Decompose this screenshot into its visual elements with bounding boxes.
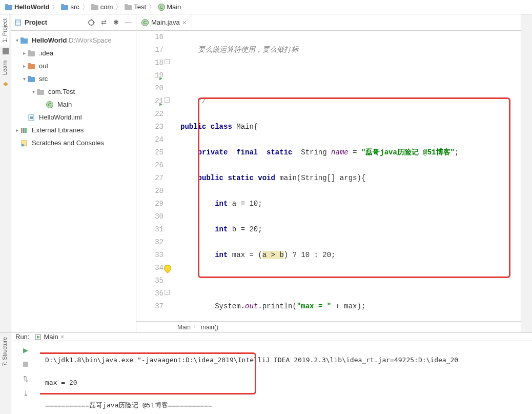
bc-test[interactable]: Test	[124, 3, 147, 11]
main-area: Project ⇄ ✱ — ▾ HelloWorld D:\WorkSpace …	[11, 14, 521, 332]
tree-out[interactable]: ▸ out	[11, 60, 136, 72]
folder-icon	[91, 4, 99, 10]
tree-src[interactable]: ▾ src	[11, 72, 136, 85]
svg-marker-41	[37, 336, 40, 339]
learn-icon[interactable]	[0, 80, 11, 90]
code-line	[180, 69, 521, 82]
tab-project[interactable]: 1: Project	[0, 14, 9, 46]
tree-iml[interactable]: HelloWorld.iml	[11, 111, 136, 124]
svg-rect-34	[23, 128, 25, 133]
console-line: max = 20	[45, 377, 527, 388]
locate-icon[interactable]	[87, 18, 96, 27]
chevron-right-icon[interactable]: ▸	[13, 127, 21, 133]
svg-rect-21	[28, 51, 35, 56]
class-icon: C	[158, 4, 165, 11]
editor-breadcrumb: Main 〉 main()	[136, 321, 521, 332]
folder-icon	[28, 50, 35, 56]
scroll-end-icon[interactable]: ⤓	[21, 388, 30, 398]
bc-com[interactable]: com	[90, 3, 114, 11]
class-icon: C	[141, 19, 149, 26]
layout-icon[interactable]: ⇅	[21, 374, 30, 383]
project-structure-icon[interactable]	[0, 46, 11, 56]
rerun-icon[interactable]: ▶	[21, 345, 30, 354]
fold-icon[interactable]: -	[165, 290, 170, 295]
hide-icon[interactable]: —	[124, 18, 133, 27]
svg-rect-5	[91, 4, 94, 6]
intention-bulb-icon[interactable]	[162, 263, 173, 273]
svg-rect-27	[37, 90, 44, 95]
tree-root[interactable]: ▾ HelloWorld D:\WorkSpace	[11, 34, 136, 47]
close-icon[interactable]: ×	[60, 333, 65, 341]
chevron-right-icon[interactable]: ▸	[21, 50, 28, 56]
class-icon: C	[46, 101, 53, 108]
bc-src[interactable]: src	[60, 3, 80, 11]
iml-icon	[28, 114, 35, 121]
svg-rect-7	[125, 4, 128, 6]
breadcrumb: HelloWorld 〉 src 〉 com 〉 Test 〉 C Main	[0, 0, 532, 14]
stop-icon[interactable]	[21, 360, 30, 369]
svg-rect-3	[61, 4, 64, 6]
project-tree[interactable]: ▾ HelloWorld D:\WorkSpace ▸ .idea ▸ out …	[11, 31, 136, 152]
editor: C Main.java × 16 17 18- 19▶ 20 21▶- 2223…	[136, 14, 521, 332]
svg-point-14	[89, 20, 94, 25]
tree-class[interactable]: C Main	[11, 98, 136, 111]
svg-rect-28	[37, 89, 40, 90]
run-config-tab[interactable]: Main ×	[34, 333, 64, 341]
expand-all-icon[interactable]: ⇄	[99, 18, 108, 27]
svg-rect-12	[15, 20, 21, 25]
library-icon	[21, 127, 28, 134]
tab-main-java[interactable]: C Main.java ×	[136, 14, 192, 30]
tab-structure[interactable]: 7: Structure	[0, 333, 9, 370]
tree-scratches[interactable]: Scratches and Consoles	[11, 136, 136, 149]
code-line: int a = 10;	[180, 198, 521, 210]
crumb-method[interactable]: main()	[201, 324, 218, 331]
svg-text:C: C	[160, 5, 163, 10]
console-line: D:\jdk1.8\bin\java.exe "-javaagent:D:\id…	[45, 354, 527, 366]
crumb-class[interactable]: Main	[177, 324, 191, 331]
package-icon	[37, 89, 45, 95]
scratch-icon	[21, 140, 28, 147]
svg-rect-22	[28, 50, 31, 52]
chevron-right-icon: 〉	[193, 323, 199, 331]
svg-rect-2	[61, 5, 68, 10]
code-area[interactable]: 要么做运算符使用，要么做打标 */ public class Main{ pri…	[173, 31, 521, 321]
chevron-right-icon: 〉	[82, 3, 89, 12]
svg-rect-26	[28, 76, 31, 77]
fold-icon[interactable]: -	[165, 97, 170, 103]
svg-rect-19	[21, 38, 28, 44]
folder-icon	[61, 4, 69, 10]
editor-body[interactable]: 16 17 18- 19▶ 20 21▶- 22232425 26272829 …	[136, 31, 521, 321]
gear-icon[interactable]: ✱	[111, 18, 120, 27]
tab-learn[interactable]: Learn	[0, 56, 9, 79]
tree-pkg[interactable]: ▾ com.Test	[11, 85, 136, 98]
svg-rect-32	[30, 116, 33, 119]
code-line: 要么做运算符使用，要么做打标	[180, 44, 521, 56]
tab-label: Main.java	[151, 18, 180, 26]
svg-rect-6	[125, 5, 132, 10]
gutter[interactable]: 16 17 18- 19▶ 20 21▶- 22232425 26272829 …	[136, 31, 173, 321]
project-panel-header: Project ⇄ ✱ —	[11, 14, 136, 31]
svg-rect-0	[5, 5, 12, 10]
close-icon[interactable]: ×	[182, 18, 187, 27]
console-output[interactable]: D:\jdk1.8\bin\java.exe "-javaagent:D:\id…	[40, 341, 532, 414]
svg-rect-23	[28, 64, 35, 69]
fold-icon[interactable]: -	[165, 59, 170, 64]
source-folder-icon	[28, 76, 35, 82]
chevron-down-icon[interactable]: ▾	[21, 76, 28, 82]
code-line: int b = 20;	[180, 223, 521, 236]
bc-project[interactable]: HelloWorld	[4, 3, 50, 11]
chevron-right-icon: 〉	[52, 3, 58, 12]
svg-text:C: C	[48, 102, 52, 107]
bc-main[interactable]: C Main	[157, 3, 182, 11]
chevron-down-icon[interactable]: ▾	[30, 89, 37, 94]
tree-ext-libs[interactable]: ▸ External Libraries	[11, 124, 136, 136]
tree-idea[interactable]: ▸ .idea	[11, 47, 136, 60]
svg-point-37	[22, 144, 24, 146]
editor-tabs: C Main.java ×	[136, 14, 521, 31]
chevron-right-icon[interactable]: ▸	[21, 63, 28, 69]
svg-rect-4	[91, 5, 98, 10]
svg-rect-1	[5, 4, 8, 6]
chevron-down-icon[interactable]: ▾	[13, 37, 21, 43]
code-line: private final static String name = "磊哥ja…	[180, 146, 521, 159]
run-label: Run:	[15, 333, 29, 341]
